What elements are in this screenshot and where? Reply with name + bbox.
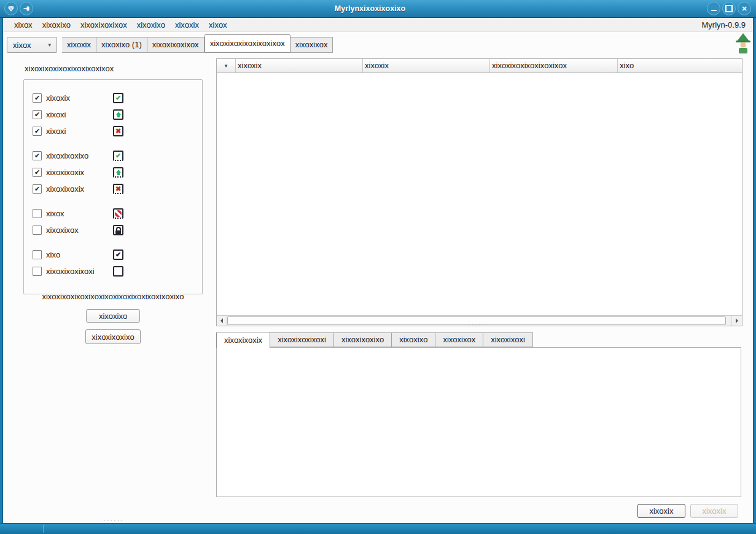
pin-icon[interactable] — [20, 2, 33, 15]
status-noinst-icon — [113, 266, 123, 277]
checkbox[interactable] — [33, 93, 42, 103]
filter-panel-heading: xixoxixoxixoxixoxixoxixox — [25, 64, 114, 73]
menu-bar: xixoxxixoxixoxixoxixoxixoxxixoxixoxixoxi… — [3, 18, 753, 32]
view-menu-button[interactable]: xixox ▾ — [7, 37, 57, 53]
work-area: xixox ▾ xixoxixxixoxixo (1)xixoxixoxixox… — [3, 31, 753, 524]
column-header[interactable]: xixoxixoxixoxixoxixox — [490, 59, 618, 73]
version-label: Myrlyn-0.9.9 — [701, 20, 747, 29]
table-header: ▾ xixoxixxixoxixxixoxixoxixoxixoxixoxxix… — [217, 59, 742, 73]
status-install-icon — [113, 93, 123, 103]
menu-item[interactable]: xixoxixoxixox — [76, 18, 132, 31]
scroll-left-icon[interactable] — [217, 316, 227, 326]
filter-label[interactable]: xixoxixoxixoxi — [46, 267, 95, 276]
checkbox[interactable] — [33, 209, 42, 218]
filter-label[interactable]: xixoxi — [46, 127, 66, 136]
menu-item[interactable]: xixox — [204, 18, 232, 31]
checkbox[interactable] — [33, 267, 42, 276]
filter-action-button[interactable]: xixoxixo — [86, 309, 140, 323]
detail-tab[interactable]: xixoxixox — [435, 332, 483, 347]
checkbox[interactable] — [33, 168, 42, 177]
view-tab-bar: xixox ▾ xixoxixxixoxixo (1)xixoxixoxixox… — [7, 36, 333, 53]
checkbox[interactable] — [33, 250, 42, 259]
splitter-handle[interactable]: ······ — [460, 323, 497, 326]
close-icon[interactable]: ✕ — [738, 2, 751, 15]
filter-row: xixox — [24, 205, 202, 222]
window-bottom-border — [0, 523, 756, 534]
menu-item[interactable]: xixox — [9, 18, 37, 31]
filter-row: xixoxixoxix — [24, 181, 202, 197]
status-autoupdate-icon — [113, 167, 123, 178]
detail-tab[interactable]: xixoxixoxi — [483, 332, 533, 347]
myrlyn-wizard-mascot-icon — [735, 33, 751, 54]
filter-group: xixoxixxixoxixixoxi — [24, 90, 202, 139]
filter-row: xixoxi — [24, 123, 202, 139]
filter-footnote: xixoxixoxixoxixoxixoxixoxixoxixoxixoxixo — [17, 292, 209, 301]
filter-label[interactable]: xixoxixoxix — [46, 184, 84, 194]
window-menu-icon — [7, 5, 15, 12]
filter-row: xixoxixox — [24, 222, 202, 238]
action-button-row: xixoxixxixoxix — [637, 504, 738, 518]
status-protected-icon — [113, 225, 123, 235]
filter-row: xixo — [24, 246, 202, 263]
filter-label[interactable]: xixoxixox — [46, 226, 79, 235]
column-header[interactable]: xixoxix — [363, 59, 490, 73]
pin-icon — [23, 5, 30, 12]
maximize-icon[interactable] — [722, 2, 736, 15]
checkbox[interactable] — [33, 151, 42, 160]
column-dropdown-icon[interactable]: ▾ — [217, 59, 236, 73]
filter-row: xixoxix — [24, 90, 202, 106]
window-menu-icon[interactable] — [4, 2, 18, 15]
status-autoinstall-icon — [113, 151, 123, 161]
detail-tab[interactable]: xixoxixoxix — [216, 332, 270, 348]
menu-item[interactable]: xixoxixo — [37, 18, 76, 31]
view-tab[interactable]: xixoxixox — [290, 37, 333, 53]
filter-label[interactable]: xixo — [46, 250, 60, 259]
menu-item[interactable]: xixoxix — [170, 18, 204, 31]
status-update-icon — [113, 109, 123, 120]
filter-label[interactable]: xixoxi — [46, 110, 66, 119]
chevron-down-icon: ▾ — [48, 42, 51, 48]
view-tab[interactable]: xixoxixoxixoxixoxixox — [205, 34, 290, 53]
detail-tab-bar: xixoxixoxixxixoxixoxixoxixixoxixoxixoxix… — [216, 332, 533, 347]
checkbox[interactable] — [33, 110, 42, 119]
filter-label[interactable]: xixox — [46, 209, 64, 218]
filter-group: xixoxixoxixoxixoxixoxixxixoxixoxix — [24, 147, 202, 197]
detail-pane — [216, 347, 741, 497]
detail-tab[interactable]: xixoxixo — [392, 332, 435, 347]
minimize-icon[interactable] — [707, 2, 720, 15]
package-table: ▾ xixoxixxixoxixxixoxixoxixoxixoxixoxxix… — [216, 58, 742, 326]
checkbox[interactable] — [33, 127, 42, 136]
status-keep-icon — [113, 249, 123, 260]
status-delete-icon — [113, 126, 123, 136]
detail-tab[interactable]: xixoxixoxixoxi — [270, 332, 334, 347]
splitter-handle[interactable]: ······ — [95, 518, 132, 522]
filter-label[interactable]: xixoxix — [46, 93, 70, 103]
client-area: xixoxxixoxixoxixoxixoxixoxxixoxixoxixoxi… — [2, 18, 754, 524]
status-autodelete-icon — [113, 184, 123, 194]
resize-grip — [43, 525, 44, 533]
filter-action-button[interactable]: xixoxixoxixo — [85, 329, 141, 344]
filter-row: xixoxixoxixoxi — [24, 263, 202, 280]
view-menu-button-label: xixox — [13, 41, 31, 50]
scroll-right-icon[interactable] — [731, 316, 742, 326]
filter-row: xixoxixoxixo — [24, 147, 202, 164]
detail-tab[interactable]: xixoxixoxixo — [334, 332, 392, 347]
filter-label[interactable]: xixoxixoxix — [46, 168, 84, 177]
filter-group: xixoxixoxixoxixoxi — [24, 246, 202, 280]
checkbox[interactable] — [33, 226, 42, 235]
column-header[interactable]: xixo — [618, 59, 742, 73]
filter-label[interactable]: xixoxixoxixo — [46, 151, 88, 160]
filter-row: xixoxixoxix — [24, 164, 202, 181]
action-button[interactable]: xixoxix — [690, 504, 738, 518]
filter-row: xixoxi — [24, 106, 202, 123]
column-header[interactable]: xixoxix — [236, 59, 363, 73]
filter-box: xixoxixxixoxixixoxixixoxixoxixoxixoxixox… — [23, 79, 203, 294]
window-title: Myrlynxixoxixoxixo — [33, 4, 707, 13]
action-button[interactable]: xixoxix — [637, 504, 685, 518]
menu-item[interactable]: xixoxixo — [132, 18, 170, 31]
status-taboo-icon — [113, 208, 123, 219]
view-tab[interactable]: xixoxixo (1) — [96, 37, 147, 53]
checkbox[interactable] — [33, 184, 42, 194]
view-tab[interactable]: xixoxix — [62, 37, 96, 53]
view-tab[interactable]: xixoxixoxixox — [147, 37, 205, 53]
